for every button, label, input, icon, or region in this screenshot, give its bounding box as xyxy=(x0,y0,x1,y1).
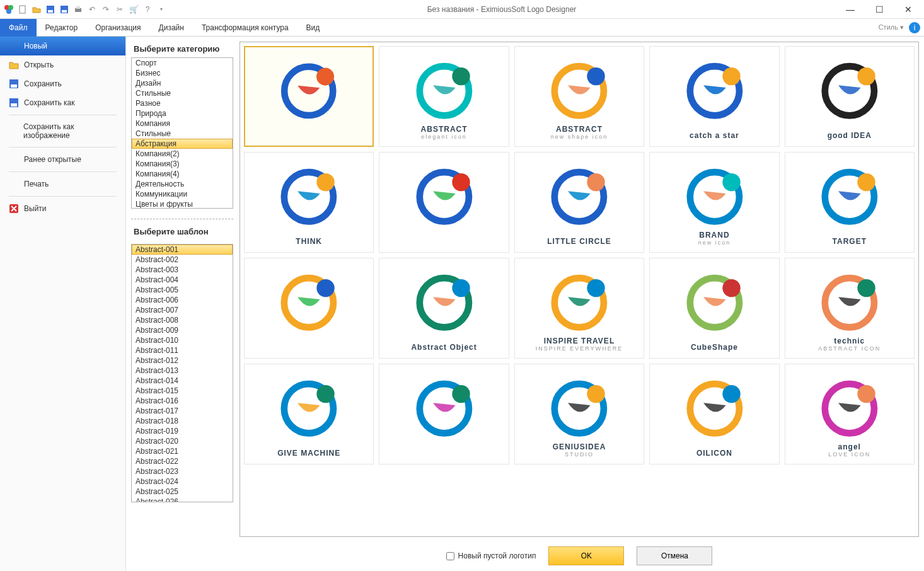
cart-icon[interactable]: 🛒 xyxy=(127,3,140,16)
gallery-thumb[interactable]: CubeShape xyxy=(649,258,779,359)
category-item[interactable]: Деятельность xyxy=(132,179,233,189)
template-item[interactable]: Abstract-013 xyxy=(132,366,233,376)
saveas-icon[interactable] xyxy=(58,3,71,16)
template-item[interactable]: Abstract-016 xyxy=(132,396,233,406)
gallery-thumb[interactable] xyxy=(379,364,509,464)
template-item[interactable]: Abstract-009 xyxy=(132,325,233,335)
category-item[interactable]: Коммуникации xyxy=(132,189,233,199)
category-item[interactable]: Компания(4) xyxy=(132,169,233,179)
save-icon[interactable] xyxy=(44,3,57,16)
category-item[interactable]: Природа xyxy=(132,108,233,118)
category-item[interactable]: Спорт xyxy=(132,58,233,68)
blank-logo-check[interactable] xyxy=(446,552,454,560)
template-item[interactable]: Abstract-023 xyxy=(132,466,233,476)
template-item[interactable]: Abstract-020 xyxy=(132,436,233,446)
print-icon[interactable] xyxy=(72,3,84,16)
undo-icon[interactable]: ↶ xyxy=(86,3,98,16)
gallery-thumb[interactable]: ABSTRACTelegant icon xyxy=(379,46,509,147)
template-item[interactable]: Abstract-004 xyxy=(132,275,233,285)
sidebar-item-Печать[interactable]: Печать xyxy=(0,175,125,193)
gallery-thumb[interactable] xyxy=(379,152,509,253)
template-item[interactable]: Abstract-008 xyxy=(132,315,233,325)
category-item[interactable]: Цветы и фрукты xyxy=(132,199,233,209)
template-item[interactable]: Abstract-015 xyxy=(132,386,233,396)
menu-tab-Организация[interactable]: Организация xyxy=(86,19,149,37)
category-item[interactable]: Компания(3) xyxy=(132,159,233,169)
close-button[interactable]: ✕ xyxy=(894,0,923,19)
menu-tab-Редактор[interactable]: Редактор xyxy=(37,19,87,37)
style-dropdown[interactable]: Стиль ▾ xyxy=(874,23,909,32)
redo-icon[interactable]: ↷ xyxy=(100,3,112,16)
template-item[interactable]: Abstract-014 xyxy=(132,376,233,386)
gallery-thumb[interactable] xyxy=(244,258,374,359)
menu-tab-Вид[interactable]: Вид xyxy=(297,19,329,37)
sidebar-item-Сохранить[interactable]: Сохранить xyxy=(0,74,125,93)
sidebar-item-Новый[interactable]: Новый xyxy=(0,37,125,55)
gallery-thumb[interactable]: GIVE MACHINE xyxy=(244,364,374,464)
gallery-thumb[interactable]: OILICON xyxy=(649,364,779,464)
gallery-thumb[interactable]: GENIUSIDEASTUDIO xyxy=(514,364,644,464)
template-item[interactable]: Abstract-018 xyxy=(132,416,233,426)
category-listbox[interactable]: СпортБизнесДизайнСтильныеРазноеПриродаКо… xyxy=(131,57,233,209)
category-item[interactable]: Стильные xyxy=(132,88,233,98)
minimize-button[interactable]: — xyxy=(836,0,865,19)
gallery-thumb[interactable]: ABSTRACTnew shape icon xyxy=(514,46,644,147)
category-item[interactable]: Абстракция xyxy=(132,139,233,149)
gallery-thumb[interactable]: angelLOVE ICON xyxy=(785,364,915,464)
cut-icon[interactable]: ✂ xyxy=(113,3,126,16)
template-item[interactable]: Abstract-022 xyxy=(132,456,233,466)
template-item[interactable]: Abstract-006 xyxy=(132,295,233,305)
template-item[interactable]: Abstract-026 xyxy=(132,497,233,502)
template-item[interactable]: Abstract-012 xyxy=(132,355,233,366)
category-item[interactable]: Компания(2) xyxy=(132,149,233,159)
template-item[interactable]: Abstract-002 xyxy=(132,255,233,265)
template-item[interactable]: Abstract-025 xyxy=(132,487,233,497)
menu-tab-Трансформация контура[interactable]: Трансформация контура xyxy=(193,19,297,37)
gallery-thumb[interactable] xyxy=(244,46,374,147)
template-item[interactable]: Abstract-011 xyxy=(132,345,233,355)
gallery-thumb[interactable]: catch a star xyxy=(649,46,779,147)
template-title: Выберите шаблон xyxy=(131,224,233,240)
gallery-thumb[interactable]: good IDEA xyxy=(785,46,915,147)
sidebar-item-Открыть[interactable]: Открыть xyxy=(0,55,125,74)
gallery-thumb[interactable]: TARGET xyxy=(785,152,915,253)
gallery-thumb[interactable]: LITTLE CIRCLE xyxy=(514,152,644,253)
sidebar-item-Выйти[interactable]: Выйти xyxy=(0,199,125,218)
new-icon[interactable] xyxy=(16,3,29,16)
ok-button[interactable]: OK xyxy=(548,546,624,565)
template-item[interactable]: Abstract-017 xyxy=(132,406,233,416)
template-item[interactable]: Abstract-010 xyxy=(132,335,233,345)
template-item[interactable]: Abstract-019 xyxy=(132,426,233,436)
category-item[interactable]: Бизнес xyxy=(132,68,233,78)
gallery-thumb[interactable]: technicABSTRACT ICON xyxy=(785,258,915,359)
category-item[interactable]: Разное xyxy=(132,98,233,108)
category-item[interactable]: Компания xyxy=(132,118,233,129)
open-icon[interactable] xyxy=(30,3,43,16)
template-item[interactable]: Abstract-001 xyxy=(132,245,233,255)
template-item[interactable]: Abstract-024 xyxy=(132,476,233,487)
gallery-scroll[interactable]: ABSTRACTelegant icon ABSTRACTnew shape i… xyxy=(240,42,919,537)
menu-tab-Дизайн[interactable]: Дизайн xyxy=(150,19,193,37)
template-item[interactable]: Abstract-007 xyxy=(132,305,233,315)
gallery-thumb[interactable]: BRANDnew icon xyxy=(649,152,779,253)
template-listbox[interactable]: Abstract-001Abstract-002Abstract-003Abst… xyxy=(131,244,233,502)
gallery-thumb[interactable]: INSPIRE TRAVELINSPIRE EVERYWHERE xyxy=(514,258,644,359)
dropdown-icon[interactable]: ▾ xyxy=(155,3,168,16)
cancel-button[interactable]: Отмена xyxy=(637,546,712,565)
template-item[interactable]: Abstract-003 xyxy=(132,265,233,275)
template-item[interactable]: Abstract-005 xyxy=(132,285,233,295)
menu-tab-Файл[interactable]: Файл xyxy=(0,19,37,37)
category-item[interactable]: Дизайн xyxy=(132,78,233,88)
gallery-thumb[interactable]: Abstract Object xyxy=(379,258,509,359)
maximize-button[interactable]: ☐ xyxy=(865,0,894,19)
help-icon[interactable]: ? xyxy=(141,3,154,16)
blank-logo-checkbox[interactable]: Новый пустой логотип xyxy=(446,551,536,560)
info-icon[interactable]: i xyxy=(909,22,920,33)
sidebar-item-Ранее открытые[interactable]: Ранее открытые xyxy=(0,150,125,169)
gallery-thumb[interactable]: THINK xyxy=(244,152,374,253)
sidebar-label: Сохранить xyxy=(24,79,62,88)
sidebar-item-Сохранить как изображение[interactable]: Сохранить как изображение xyxy=(0,118,125,144)
template-item[interactable]: Abstract-021 xyxy=(132,446,233,456)
sidebar-item-Сохранить как[interactable]: Сохранить как xyxy=(0,93,125,112)
category-item[interactable]: Стильные xyxy=(132,129,233,139)
